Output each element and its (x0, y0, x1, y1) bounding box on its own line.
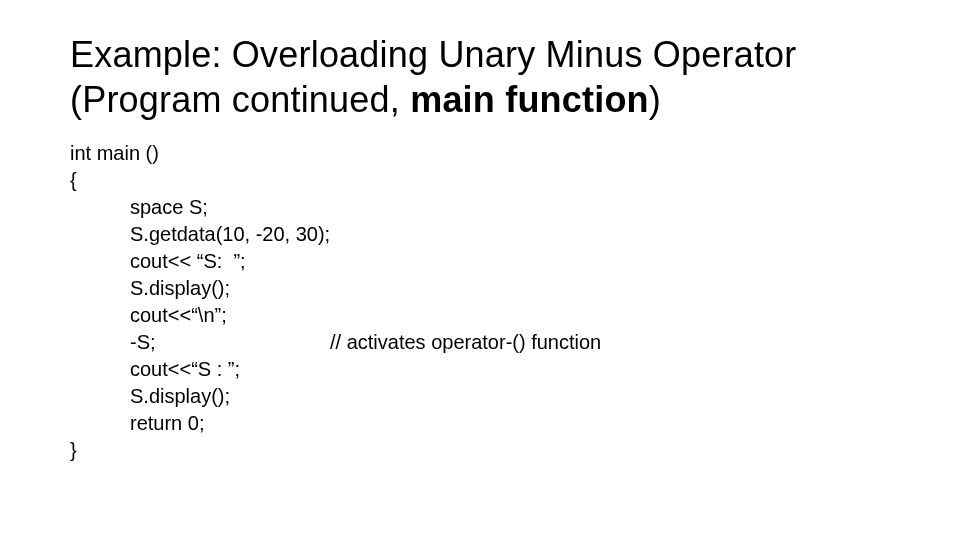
code-line: cout<<“\n”; (70, 302, 890, 329)
code-line: -S;// activates operator-() function (70, 329, 890, 356)
code-line: } (70, 437, 890, 464)
code-line: space S; (70, 194, 890, 221)
code-line: S.display(); (70, 383, 890, 410)
title-part-2: ) (649, 79, 661, 120)
code-line: int main () (70, 140, 890, 167)
code-line: S.getdata(10, -20, 30); (70, 221, 890, 248)
title-bold: main function (410, 79, 649, 120)
code-line: cout<<“S : ”; (70, 356, 890, 383)
slide: Example: Overloading Unary Minus Operato… (0, 0, 960, 540)
code-line: return 0; (70, 410, 890, 437)
slide-title: Example: Overloading Unary Minus Operato… (70, 32, 890, 122)
code-line: S.display(); (70, 275, 890, 302)
code-stmt: -S; (130, 329, 330, 356)
code-line: { (70, 167, 890, 194)
code-line: cout<< “S: ”; (70, 248, 890, 275)
code-comment: // activates operator-() function (330, 329, 601, 356)
code-block: int main () { space S; S.getdata(10, -20… (70, 140, 890, 464)
